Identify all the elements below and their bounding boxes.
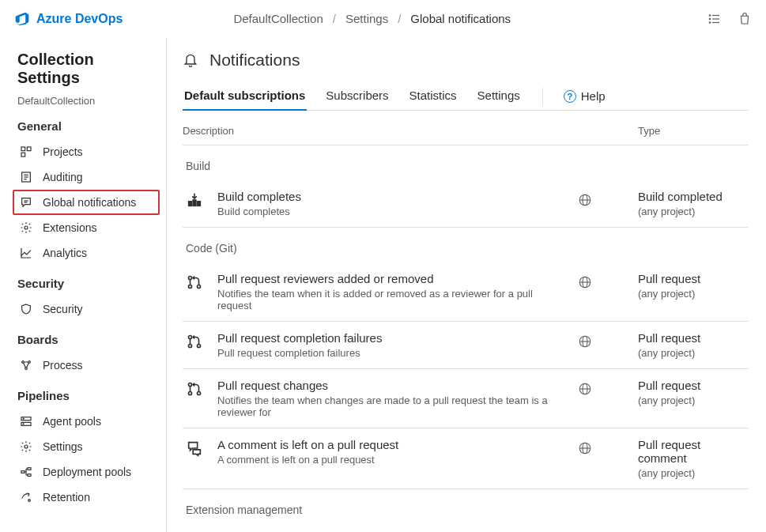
breadcrumb-item[interactable]: Global notifications <box>410 12 511 25</box>
notification-row[interactable]: Pull request completion failures Pull re… <box>183 322 749 369</box>
row-scope: (any project) <box>638 288 749 300</box>
column-description: Description <box>183 125 578 137</box>
sidebar-item-retention[interactable]: Retention <box>13 485 160 510</box>
group-heading: Code (Git) <box>183 228 749 262</box>
product-logo[interactable]: Azure DevOps <box>14 11 123 27</box>
sidebar-item-auditing[interactable]: Auditing <box>13 164 160 190</box>
process-icon <box>19 358 33 372</box>
group-heading: Extension management <box>183 489 749 524</box>
chart-icon <box>19 246 33 260</box>
breadcrumb-item[interactable]: Settings <box>345 12 388 25</box>
auditing-icon <box>19 170 33 184</box>
group-label: General <box>17 119 160 133</box>
globe-icon <box>578 190 638 207</box>
svg-rect-25 <box>28 468 31 470</box>
globe-icon <box>578 379 638 396</box>
product-name: Azure DevOps <box>36 12 123 26</box>
sidebar-item-label: Projects <box>43 145 83 158</box>
svg-rect-6 <box>21 147 25 151</box>
sidebar-item-label: Auditing <box>43 171 83 183</box>
svg-rect-30 <box>198 202 201 206</box>
row-type: Pull request <box>638 272 749 285</box>
svg-rect-28 <box>189 202 192 206</box>
sidebar-item-label: Deployment pools <box>43 466 131 478</box>
row-title: A comment is left on a pull request <box>217 438 568 451</box>
row-type: Pull request <box>638 331 749 345</box>
deploy-icon <box>19 465 33 479</box>
column-headers: Description Type <box>183 122 749 145</box>
notification-row[interactable]: Pull request reviewers added or removed … <box>183 262 749 322</box>
sidebar-item-agent-pools[interactable]: Agent pools <box>13 409 160 434</box>
notification-row[interactable]: Build completes Build completes Build co… <box>183 180 749 228</box>
globe-icon <box>578 438 638 455</box>
svg-point-22 <box>23 424 24 424</box>
svg-point-41 <box>188 344 191 347</box>
sidebar-item-projects[interactable]: Projects <box>13 139 160 164</box>
build-icon <box>186 190 217 209</box>
list-view-icon[interactable] <box>708 12 722 26</box>
breadcrumb-item[interactable]: DefaultCollection <box>233 12 323 25</box>
svg-rect-7 <box>27 147 31 151</box>
svg-rect-29 <box>193 200 196 206</box>
gear-icon <box>19 440 33 454</box>
sidebar-item-label: Analytics <box>43 247 87 259</box>
svg-point-40 <box>188 335 191 338</box>
row-subtitle: Pull request completion failures <box>217 347 568 359</box>
sidebar-item-analytics[interactable]: Analytics <box>13 240 160 266</box>
svg-point-18 <box>25 368 28 370</box>
notification-row[interactable]: A comment is left on a pull request A co… <box>183 428 749 489</box>
svg-point-16 <box>22 361 25 364</box>
sidebar-item-global-notifications[interactable]: Global notifications <box>13 190 160 215</box>
svg-rect-26 <box>28 474 31 477</box>
sidebar-item-extensions[interactable]: Extensions <box>13 215 160 240</box>
tab-default-subscriptions[interactable]: Default subscriptions <box>183 82 307 110</box>
servers-icon <box>19 414 33 428</box>
sidebar-item-label: Security <box>43 303 83 315</box>
help-icon: ? <box>564 90 576 103</box>
pull-request-icon <box>186 331 217 350</box>
projects-icon <box>19 145 33 159</box>
pull-request-icon <box>186 272 217 291</box>
notification-row[interactable]: Extensions have been modified Extensions… <box>183 524 749 532</box>
svg-point-36 <box>197 285 200 288</box>
help-link[interactable]: ? Help <box>564 89 606 103</box>
tab-settings[interactable]: Settings <box>476 82 522 110</box>
azure-devops-icon <box>14 11 30 27</box>
tab-subscribers[interactable]: Subscribers <box>324 82 390 110</box>
sidebar-item-process[interactable]: Process <box>13 353 160 378</box>
row-type: Pull request comment <box>638 438 749 465</box>
sidebar-item-settings[interactable]: Settings <box>13 434 160 459</box>
svg-point-48 <box>197 391 200 394</box>
svg-point-35 <box>188 285 191 288</box>
svg-rect-8 <box>21 153 25 157</box>
sidebar-item-label: Process <box>43 359 83 372</box>
row-subtitle: Build completes <box>217 206 568 217</box>
group-label: Boards <box>17 333 160 346</box>
tab-statistics[interactable]: Statistics <box>408 82 458 110</box>
sidebar-item-label: Agent pools <box>43 415 101 428</box>
sidebar-title: Collection Settings <box>17 51 160 87</box>
gear-icon <box>19 221 33 235</box>
row-title: Pull request reviewers added or removed <box>217 272 568 285</box>
retention-icon <box>19 490 33 504</box>
shopping-bag-icon[interactable] <box>738 12 752 26</box>
row-type: Build completed <box>638 190 749 203</box>
svg-point-47 <box>188 391 191 394</box>
page-title: Notifications <box>209 51 300 70</box>
globe-icon <box>578 331 638 349</box>
group-label: Pipelines <box>17 389 160 402</box>
chat-icon <box>19 195 33 209</box>
row-title: Build completes <box>217 190 568 203</box>
sidebar-item-label: Retention <box>43 491 90 504</box>
pull-request-icon <box>186 379 217 398</box>
sidebar-collection: DefaultCollection <box>17 95 160 107</box>
row-type: Pull request <box>638 379 749 392</box>
notification-row[interactable]: Pull request changes Notifies the team w… <box>183 369 749 428</box>
row-scope: (any project) <box>638 394 749 406</box>
tabs: Default subscriptions Subscribers Statis… <box>183 82 749 111</box>
svg-point-23 <box>25 445 28 448</box>
sidebar-item-security[interactable]: Security <box>13 296 160 322</box>
main-content: Notifications Default subscriptions Subs… <box>166 38 766 532</box>
sidebar-item-deployment-pools[interactable]: Deployment pools <box>13 459 160 485</box>
svg-point-21 <box>23 418 24 419</box>
